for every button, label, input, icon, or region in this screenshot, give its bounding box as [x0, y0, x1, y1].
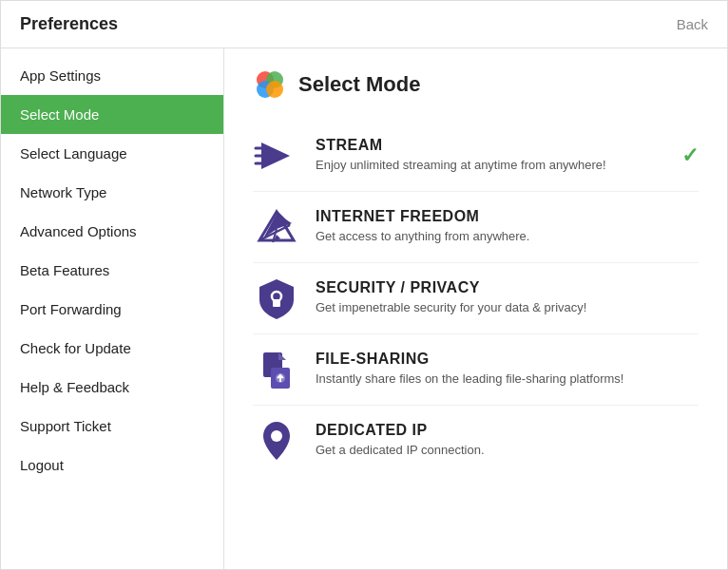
header: Preferences Back: [1, 1, 727, 48]
security-privacy-name: SECURITY / PRIVACY: [316, 279, 699, 296]
sidebar-item-port-forwarding[interactable]: Port Forwarding: [1, 290, 223, 329]
sidebar-item-logout[interactable]: Logout: [1, 446, 223, 484]
file-sharing-content: FILE-SHARINGInstantly share files on the…: [316, 351, 699, 388]
sidebar-item-check-for-update[interactable]: Check for Update: [1, 329, 223, 368]
stream-description: Enjoy unlimited streaming at anytime fro…: [316, 157, 659, 174]
main-header: Select Mode: [253, 67, 699, 102]
dedicated-ip-name: DEDICATED IP: [316, 422, 699, 439]
mode-item-file-sharing[interactable]: FILE-SHARINGInstantly share files on the…: [253, 334, 699, 406]
sidebar-item-support-ticket[interactable]: Support Ticket: [1, 407, 223, 446]
file-sharing-name: FILE-SHARING: [316, 351, 699, 368]
stream-name: STREAM: [316, 137, 659, 154]
mode-item-dedicated-ip[interactable]: DEDICATED IPGet a dedicated IP connectio…: [253, 406, 699, 476]
body: App SettingsSelect ModeSelect LanguageNe…: [1, 48, 727, 569]
internet-freedom-name: INTERNET FREEDOM: [316, 208, 699, 225]
header-title: Preferences: [20, 14, 118, 34]
mode-item-security-privacy[interactable]: SECURITY / PRIVACYGet impenetrable secur…: [253, 263, 699, 334]
sidebar-item-advanced-options[interactable]: Advanced Options: [1, 212, 223, 251]
stream-content: STREAMEnjoy unlimited streaming at anyti…: [316, 137, 659, 174]
svg-point-3: [266, 81, 283, 98]
stream-icon: [253, 132, 300, 180]
mode-item-stream[interactable]: STREAMEnjoy unlimited streaming at anyti…: [253, 121, 699, 192]
modes-list: STREAMEnjoy unlimited streaming at anyti…: [253, 121, 699, 476]
dedicated-ip-content: DEDICATED IPGet a dedicated IP connectio…: [316, 422, 699, 459]
main-content: Select Mode STREAMEnjoy unlimited stream…: [224, 48, 727, 569]
selected-checkmark: ✓: [681, 143, 699, 168]
file-sharing-description: Instantly share files on the leading fil…: [316, 370, 699, 388]
sidebar-item-beta-features[interactable]: Beta Features: [1, 251, 223, 290]
svg-marker-4: [261, 142, 290, 169]
dedicated-ip-description: Get a dedicated IP connection.: [316, 442, 699, 459]
internet-freedom-icon: [253, 203, 300, 251]
file-sharing-icon: [253, 346, 300, 393]
app-logo-icon: [253, 67, 287, 102]
sidebar-item-network-type[interactable]: Network Type: [1, 173, 223, 212]
mode-item-internet-freedom[interactable]: INTERNET FREEDOMGet access to anything f…: [253, 192, 699, 263]
security-privacy-icon: [253, 275, 300, 322]
main-title: Select Mode: [298, 72, 420, 97]
security-privacy-content: SECURITY / PRIVACYGet impenetrable secur…: [316, 279, 699, 316]
back-button[interactable]: Back: [677, 16, 708, 32]
sidebar-item-select-mode[interactable]: Select Mode: [1, 95, 223, 134]
dedicated-ip-icon: [253, 417, 300, 465]
security-privacy-description: Get impenetrable security for your data …: [316, 299, 699, 316]
internet-freedom-content: INTERNET FREEDOMGet access to anything f…: [316, 208, 699, 245]
app-container: Preferences Back App SettingsSelect Mode…: [0, 0, 728, 570]
svg-point-20: [271, 430, 282, 442]
sidebar: App SettingsSelect ModeSelect LanguageNe…: [1, 48, 224, 569]
sidebar-item-help-feedback[interactable]: Help & Feedback: [1, 368, 223, 407]
internet-freedom-description: Get access to anything from anywhere.: [316, 228, 699, 245]
svg-rect-15: [273, 299, 280, 307]
sidebar-item-select-language[interactable]: Select Language: [1, 134, 223, 173]
sidebar-item-app-settings[interactable]: App Settings: [1, 56, 223, 95]
